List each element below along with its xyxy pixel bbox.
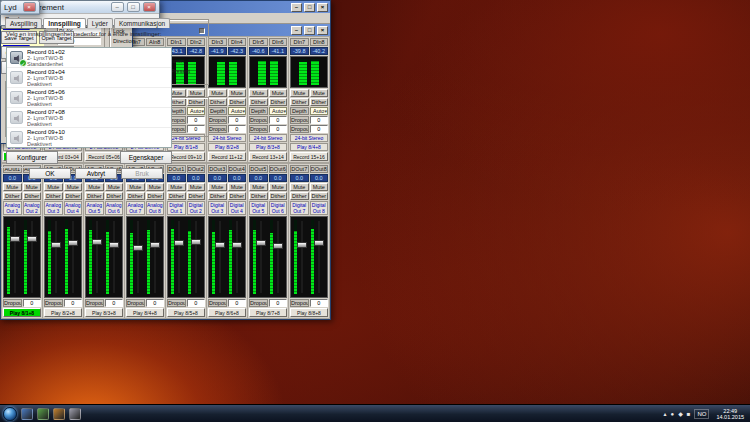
launcher-app-1[interactable]	[21, 408, 33, 420]
fader-handle[interactable]	[51, 242, 61, 248]
minimize-button[interactable]: –	[291, 26, 302, 35]
close-button[interactable]: ×	[317, 26, 328, 35]
play-assignment[interactable]: Play 8/1+8	[3, 308, 41, 317]
dither-button[interactable]: Dither	[228, 192, 247, 200]
dither-button[interactable]: Dither	[290, 192, 309, 200]
mute-button[interactable]: Mute	[167, 183, 186, 191]
dither-button[interactable]: Dither	[146, 192, 165, 200]
mute-button[interactable]: Mute	[64, 183, 83, 191]
mute-button[interactable]: Mute	[23, 183, 42, 191]
close-button[interactable]: ×	[317, 3, 328, 12]
fader-handle[interactable]	[150, 242, 160, 248]
dither-button[interactable]: Dither	[269, 192, 288, 200]
record-assignment[interactable]: Record 13+14	[249, 152, 287, 161]
device-item[interactable]: ✓Record 01+022- LynxTWO-BStandardenhet	[7, 48, 171, 68]
minimize-button[interactable]: –	[291, 3, 302, 12]
configure-button[interactable]: Konfigurer	[6, 151, 58, 164]
dither-button[interactable]: Dither	[269, 98, 288, 106]
lyd-tab[interactable]: Avspilling	[5, 18, 42, 28]
mute-button[interactable]: Mute	[85, 183, 104, 191]
record-assignment[interactable]: Record 09+10	[167, 152, 205, 161]
fader-handle[interactable]	[27, 236, 37, 242]
mute-button[interactable]: Mute	[249, 183, 268, 191]
close-button[interactable]: ×	[143, 2, 156, 12]
play-assignment[interactable]: Play 8/2+8	[44, 308, 82, 317]
language-indicator[interactable]: NO	[694, 409, 709, 419]
mute-button[interactable]: Mute	[105, 183, 124, 191]
mute-button[interactable]: Mute	[44, 183, 63, 191]
depth-select[interactable]: Auto	[269, 107, 288, 115]
maximize-button[interactable]: □	[127, 2, 140, 12]
dither-button[interactable]: Dither	[310, 98, 329, 106]
dither-button[interactable]: Dither	[126, 192, 145, 200]
ok-button[interactable]: OK	[29, 168, 71, 179]
minimize-button[interactable]: –	[111, 2, 124, 12]
device-item[interactable]: Record 05+062- LynxTWO-BDeaktivert	[7, 88, 171, 108]
mute-button[interactable]: Mute	[187, 183, 206, 191]
record-assignment[interactable]: Record 05+06	[85, 152, 123, 161]
mute-button[interactable]: Mute	[228, 89, 247, 97]
fader-handle[interactable]	[297, 242, 307, 248]
fader-handle[interactable]	[92, 239, 102, 245]
play-assignment[interactable]: Play 8/4+8	[126, 308, 164, 317]
maximize-button[interactable]: □	[304, 3, 315, 12]
fader-handle[interactable]	[191, 239, 201, 245]
maximize-button[interactable]: □	[304, 26, 315, 35]
network-icon[interactable]: ■	[687, 409, 691, 419]
mute-button[interactable]: Mute	[310, 183, 329, 191]
taskbar-clock[interactable]: 22:49 14.01.2015	[713, 408, 747, 420]
device-item[interactable]: Record 07+082- LynxTWO-BDeaktivert	[7, 108, 171, 128]
play-assignment[interactable]: Play 8/8+8	[290, 308, 328, 317]
volume-icon[interactable]: ◆	[678, 409, 683, 419]
dither-button[interactable]: Dither	[187, 192, 206, 200]
play-assignment[interactable]: Play 8/3+8	[85, 308, 123, 317]
depth-select[interactable]: Auto	[228, 107, 247, 115]
dither-button[interactable]: Dither	[249, 192, 268, 200]
launcher-app-2[interactable]	[37, 408, 49, 420]
fader-handle[interactable]	[10, 236, 20, 242]
device-item[interactable]: Record 03+042- LynxTWO-BDeaktivert	[7, 68, 171, 88]
mute-button[interactable]: Mute	[208, 89, 227, 97]
mute-button[interactable]: Mute	[290, 183, 309, 191]
fader-handle[interactable]	[232, 242, 242, 248]
dither-button[interactable]: Dither	[44, 192, 63, 200]
dither-button[interactable]: Dither	[208, 192, 227, 200]
start-button[interactable]	[3, 407, 17, 421]
lyd-tab[interactable]: Innspilling	[43, 18, 86, 28]
dither-button[interactable]: Dither	[167, 192, 186, 200]
dither-button[interactable]: Dither	[105, 192, 124, 200]
play-assignment[interactable]: Play 8/6+8	[208, 308, 246, 317]
lyd-tab[interactable]: Lyder	[87, 18, 113, 28]
mute-button[interactable]: Mute	[269, 89, 288, 97]
mute-button[interactable]: Mute	[290, 89, 309, 97]
lyd-titlebar[interactable]: Lyd ×	[1, 1, 39, 14]
dither-button[interactable]: Dither	[228, 98, 247, 106]
mute-button[interactable]: Mute	[126, 183, 145, 191]
launcher-app-3[interactable]	[53, 408, 65, 420]
dither-button[interactable]: Dither	[85, 192, 104, 200]
dither-button[interactable]: Dither	[310, 192, 329, 200]
fader-handle[interactable]	[256, 240, 266, 246]
fader-handle[interactable]	[133, 245, 143, 251]
cancel-button[interactable]: Avbryt	[75, 168, 117, 179]
dither-button[interactable]: Dither	[249, 98, 268, 106]
fader-handle[interactable]	[314, 240, 324, 246]
show-hidden-icons[interactable]: ▴	[664, 409, 667, 419]
fader-handle[interactable]	[109, 242, 119, 248]
mute-button[interactable]: Mute	[208, 183, 227, 191]
play-assignment[interactable]: Play 8/7+8	[249, 308, 287, 317]
record-assignment[interactable]: Record 11+12	[208, 152, 246, 161]
apply-button[interactable]: Bruk	[121, 168, 163, 179]
tray-status-icon[interactable]: ●	[671, 409, 675, 419]
fader-handle[interactable]	[215, 242, 225, 248]
dither-button[interactable]: Dither	[290, 98, 309, 106]
record-assignment[interactable]: Record 15+16	[290, 152, 328, 161]
fader-handle[interactable]	[174, 240, 184, 246]
dither-button[interactable]: Dither	[23, 192, 42, 200]
mute-button[interactable]: Mute	[269, 183, 288, 191]
mute-button[interactable]: Mute	[228, 183, 247, 191]
mute-button[interactable]: Mute	[249, 89, 268, 97]
dither-button[interactable]: Dither	[208, 98, 227, 106]
play-assignment[interactable]: Play 8/5+8	[167, 308, 205, 317]
mute-button[interactable]: Mute	[3, 183, 22, 191]
